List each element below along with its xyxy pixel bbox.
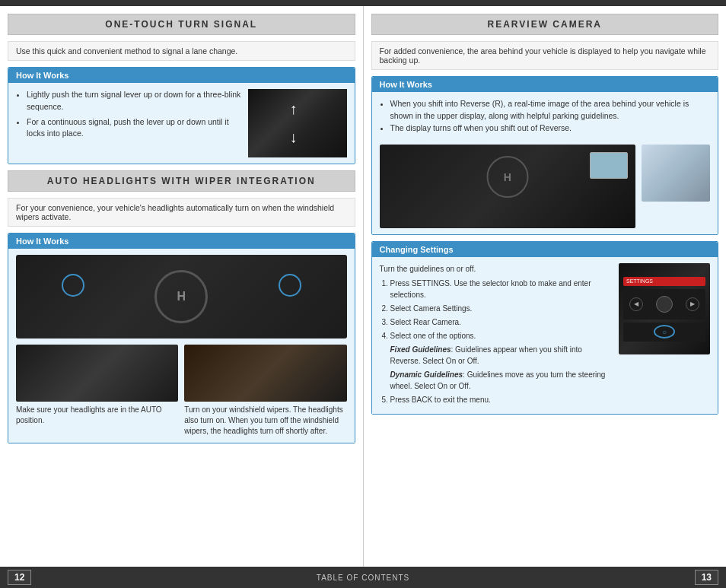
- auto-headlights-description: For your convenience, your vehicle's hea…: [8, 198, 355, 227]
- rearview-screen-display: [590, 152, 628, 179]
- auto-headlights-how-it-works: How It Works H: [8, 233, 355, 443]
- auto-headlights-title-bar: AUTO HEADLIGHTS WITH WIPER INTEGRATION: [8, 170, 355, 192]
- changing-settings-section: Changing Settings Turn the guidelines on…: [371, 241, 719, 415]
- rearview-how-it-works: How It Works When you shift into Reverse…: [371, 76, 719, 235]
- settings-text: Turn the guidelines on or off. Press SET…: [380, 263, 612, 408]
- headlights-two-col: Make sure your headlights are in the AUT…: [16, 345, 347, 437]
- auto-headlights-section: AUTO HEADLIGHTS WITH WIPER INTEGRATION F…: [8, 170, 355, 443]
- bullet-2: For a continuous signal, push the lever …: [27, 116, 242, 141]
- auto-position-caption: Make sure your headlights are in the AUT…: [16, 405, 178, 426]
- rearview-title-bar: REARVIEW CAMERA: [371, 14, 719, 35]
- one-touch-description: Use this quick and convenient method to …: [8, 41, 355, 61]
- changing-settings-header: Changing Settings: [372, 242, 718, 257]
- turn-guidelines-label: Turn the guidelines on or off.: [380, 263, 612, 275]
- headlights-col-1: Make sure your headlights are in the AUT…: [16, 345, 178, 437]
- changing-settings-box: Changing Settings Turn the guidelines on…: [371, 241, 719, 415]
- rearview-bullet-1: When you shift into Reverse (R), a real-…: [390, 98, 711, 122]
- one-touch-how-it-works-header: How It Works: [8, 68, 355, 83]
- wipers-caption: Turn on your windshield wipers. The head…: [184, 405, 346, 437]
- one-touch-how-it-works-body: Lightly push the turn signal lever up or…: [8, 83, 355, 164]
- step-2: Select Camera Settings.: [390, 303, 612, 314]
- rearview-bullets: When you shift into Reverse (R), a real-…: [380, 98, 711, 134]
- auto-headlights-title-wrapper: AUTO HEADLIGHTS WITH WIPER INTEGRATION: [8, 170, 355, 192]
- main-content: ONE-TOUCH TURN SIGNAL Use this quick and…: [0, 6, 726, 567]
- changing-settings-body: Turn the guidelines on or off. Press SET…: [372, 257, 718, 414]
- rearview-section: REARVIEW CAMERA For added convenience, t…: [371, 14, 719, 235]
- auto-position-image: [16, 345, 178, 402]
- one-touch-how-it-works: How It Works Lightly push the turn signa…: [8, 67, 355, 164]
- page-left: ONE-TOUCH TURN SIGNAL Use this quick and…: [0, 6, 364, 567]
- rearview-small-image: [642, 145, 710, 202]
- step-1: Press SETTINGS. Use the selector knob to…: [390, 278, 612, 300]
- headlights-col-2: Turn on your windshield wipers. The head…: [184, 345, 346, 437]
- step-5: Press BACK to exit the menu.: [390, 394, 612, 405]
- top-bar: [0, 0, 726, 6]
- step-3: Select Rear Camera.: [390, 316, 612, 328]
- one-touch-title-wrapper: ONE-TOUCH TURN SIGNAL: [8, 14, 355, 35]
- settings-steps: Press SETTINGS. Use the selector knob to…: [380, 278, 612, 405]
- steering-wheel-circle: H: [154, 270, 208, 323]
- footer: 12 TABLE OF CONTENTS 13: [0, 567, 726, 588]
- rearview-how-it-works-header: How It Works: [372, 77, 718, 92]
- table-of-contents[interactable]: TABLE OF CONTENTS: [317, 574, 409, 582]
- rearview-title-wrapper: REARVIEW CAMERA: [371, 14, 719, 35]
- dashboard-image: H: [16, 255, 347, 338]
- step-4: Select one of the options. Fixed Guideli…: [390, 330, 612, 392]
- page-number-left: 12: [8, 570, 31, 585]
- settings-image: SETTINGS ◀ ▶: [619, 263, 710, 354]
- one-touch-section: ONE-TOUCH TURN SIGNAL Use this quick and…: [8, 14, 355, 164]
- rearview-images: H: [380, 145, 711, 228]
- auto-headlights-title: AUTO HEADLIGHTS WITH WIPER INTEGRATION: [16, 176, 347, 186]
- rearview-main-image: H: [380, 145, 636, 228]
- bullet-1: Lightly push the turn signal lever up or…: [27, 89, 242, 113]
- rearview-bullet-2: The display turns off when you shift out…: [390, 122, 711, 135]
- auto-headlights-how-it-works-body: H Make sure your headlights are in the A…: [8, 249, 355, 443]
- wipers-image: [184, 345, 346, 402]
- one-touch-title-bar: ONE-TOUCH TURN SIGNAL: [8, 14, 355, 35]
- auto-headlights-how-it-works-header: How It Works: [8, 234, 355, 249]
- page-number-right: 13: [695, 570, 718, 585]
- one-touch-title: ONE-TOUCH TURN SIGNAL: [16, 19, 347, 30]
- left-indicator-circle: [62, 274, 84, 297]
- one-touch-how-it-works-text: Lightly push the turn signal lever up or…: [16, 89, 242, 157]
- rearview-description: For added convenience, the area behind y…: [371, 41, 719, 70]
- page-right: REARVIEW CAMERA For added convenience, t…: [364, 6, 727, 567]
- turn-signal-image: [248, 89, 347, 157]
- right-indicator-circle: [279, 274, 301, 297]
- rearview-title: REARVIEW CAMERA: [380, 19, 711, 30]
- rearview-how-it-works-body: When you shift into Reverse (R), a real-…: [372, 92, 718, 234]
